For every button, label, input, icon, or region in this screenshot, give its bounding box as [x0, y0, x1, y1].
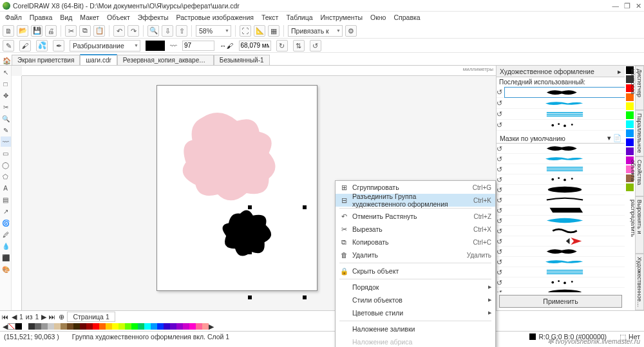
options-button[interactable]: ⚙ [345, 25, 357, 37]
doc-tab[interactable]: Безымянный-1 [214, 55, 270, 65]
swatch[interactable] [189, 323, 196, 330]
ctx-item[interactable]: ⧉КопироватьCtrl+C [336, 236, 495, 249]
brush-row[interactable]: ↺ [497, 205, 625, 216]
menu-справка[interactable]: Справка [390, 13, 424, 22]
swatch[interactable] [118, 323, 125, 330]
side-swatch[interactable] [626, 138, 634, 146]
menu-файл[interactable]: Файл [1, 13, 26, 22]
swatch[interactable] [67, 323, 73, 330]
menu-растровые изображения[interactable]: Растровые изображения [173, 13, 258, 22]
new-button[interactable]: 🗎 [3, 25, 14, 37]
tool-12[interactable]: ↗ [1, 206, 11, 216]
ctx-item[interactable]: Порядок [336, 281, 495, 294]
tool-0[interactable]: ↖ [1, 67, 11, 77]
tool-14[interactable]: 🖉 [1, 229, 11, 239]
swatch[interactable] [35, 323, 41, 330]
nav-next[interactable]: ▶ [41, 313, 46, 321]
swatch[interactable] [176, 323, 183, 330]
nav-prev[interactable]: ◀ [12, 313, 17, 321]
import-button[interactable]: ⇩ [162, 25, 173, 37]
brush-row[interactable]: ↺ [497, 267, 625, 277]
swatch[interactable] [80, 323, 86, 330]
tool-2[interactable]: ✥ [1, 90, 11, 100]
zoom-combo[interactable]: 58% [196, 25, 231, 37]
side-swatch[interactable] [626, 183, 634, 191]
preset-icon[interactable]: ✎ [3, 40, 14, 52]
page-tab[interactable]: Страница 1 [67, 312, 115, 322]
apply-button[interactable]: Применить [499, 295, 622, 308]
minimize-button[interactable]: — [612, 2, 620, 10]
docker-tab[interactable]: Свойства объекта [635, 156, 644, 196]
sprayer-icon[interactable]: 💦 [36, 40, 48, 52]
swatch[interactable] [93, 323, 99, 330]
brush-row[interactable]: ↺ [497, 174, 625, 185]
no-color-swatch[interactable] [8, 323, 15, 330]
brush-row[interactable]: ↺ [497, 164, 625, 174]
swatch[interactable] [15, 323, 22, 330]
side-swatch[interactable] [626, 102, 634, 110]
menu-правка[interactable]: Правка [26, 13, 56, 22]
side-swatch[interactable] [626, 147, 634, 155]
swatch[interactable] [106, 323, 112, 330]
menu-объект[interactable]: Объект [103, 13, 134, 22]
docker-tab[interactable]: Художественное… [635, 254, 644, 310]
doc-tab[interactable]: шаги.cdr [80, 54, 117, 65]
ctx-item[interactable]: Цветовые стили [336, 306, 495, 319]
save-button[interactable]: 💾 [31, 25, 43, 37]
tool-1[interactable]: □ [1, 79, 11, 89]
swatch[interactable] [138, 323, 144, 330]
grid-button[interactable]: ▦ [268, 25, 279, 37]
swatch[interactable] [125, 323, 131, 330]
smoothing-input[interactable] [182, 41, 214, 51]
ctx-item[interactable]: ⊟Разъединить Группа художественного офор… [336, 194, 495, 207]
swatch[interactable] [61, 323, 67, 330]
tool-13[interactable]: 🌀 [1, 218, 11, 228]
swatch[interactable] [41, 323, 48, 330]
tool-15[interactable]: 💧 [1, 241, 11, 251]
ctx-item[interactable]: ⊞СгруппироватьCtrl+G [336, 181, 495, 194]
docker-tab[interactable]: Параллельное [635, 110, 644, 156]
tool-17[interactable]: 🎨 [1, 264, 11, 274]
swatch[interactable] [22, 323, 28, 330]
brush-row[interactable]: ↺ [497, 257, 625, 267]
tool-8[interactable]: ◯ [1, 160, 11, 170]
swatch[interactable] [157, 323, 164, 330]
ctx-item[interactable]: Стили объектов [336, 294, 495, 306]
doc-tab[interactable]: Резервная_копия_акварель2.cdr [117, 55, 214, 65]
tool-mode-combo[interactable]: Разбрызгивание [70, 40, 140, 52]
snap-combo[interactable]: Привязать к [288, 25, 343, 37]
doc-tab[interactable]: Экран приветствия [12, 55, 80, 65]
brush-row[interactable]: ↺ [497, 185, 625, 195]
tool-3[interactable]: ✂ [1, 102, 11, 112]
cut-button[interactable]: ✂ [65, 25, 77, 37]
palette-scroll-right[interactable]: ▶ [209, 323, 214, 330]
search-button[interactable]: 🔍 [147, 25, 159, 37]
docker-tab[interactable]: Выровнять и распределить [635, 196, 644, 254]
tool-10[interactable]: A [1, 183, 11, 193]
rotation-button[interactable]: ↻ [276, 40, 288, 52]
brush-row[interactable]: ↺ [497, 154, 625, 164]
fullscreen-button[interactable]: ⛶ [240, 25, 251, 37]
brush-row[interactable]: ↺ [497, 216, 625, 226]
swatch[interactable] [164, 323, 170, 330]
nav-last[interactable]: ⏭ [49, 313, 56, 321]
tool-9[interactable]: ⬠ [1, 171, 11, 182]
menu-окно[interactable]: Окно [366, 13, 390, 22]
menu-вид[interactable]: Вид [56, 13, 76, 22]
menu-текст[interactable]: Текст [258, 13, 282, 22]
copy-button[interactable]: ⧉ [79, 25, 91, 37]
swatch[interactable] [48, 323, 54, 330]
menu-макет[interactable]: Макет [76, 13, 103, 22]
docker-tab[interactable]: Диспетчер макросов [635, 66, 644, 110]
ctx-item[interactable]: 🔒Скрыть объект [336, 265, 495, 277]
tool-16[interactable]: ⬛ [1, 252, 11, 263]
palette-scroll-left[interactable]: ◀ [3, 323, 8, 330]
nav-first[interactable]: ⏮ [2, 313, 9, 321]
brush-row[interactable]: ↺ [497, 87, 625, 98]
redo-button[interactable]: ↷ [128, 25, 139, 37]
add-page[interactable]: ⊕ [59, 313, 64, 321]
ctx-item[interactable]: ✂ВырезатьCtrl+X [336, 223, 495, 236]
swatch[interactable] [202, 323, 209, 330]
swatch[interactable] [151, 323, 157, 330]
brush-row[interactable]: ↺ [497, 109, 625, 120]
